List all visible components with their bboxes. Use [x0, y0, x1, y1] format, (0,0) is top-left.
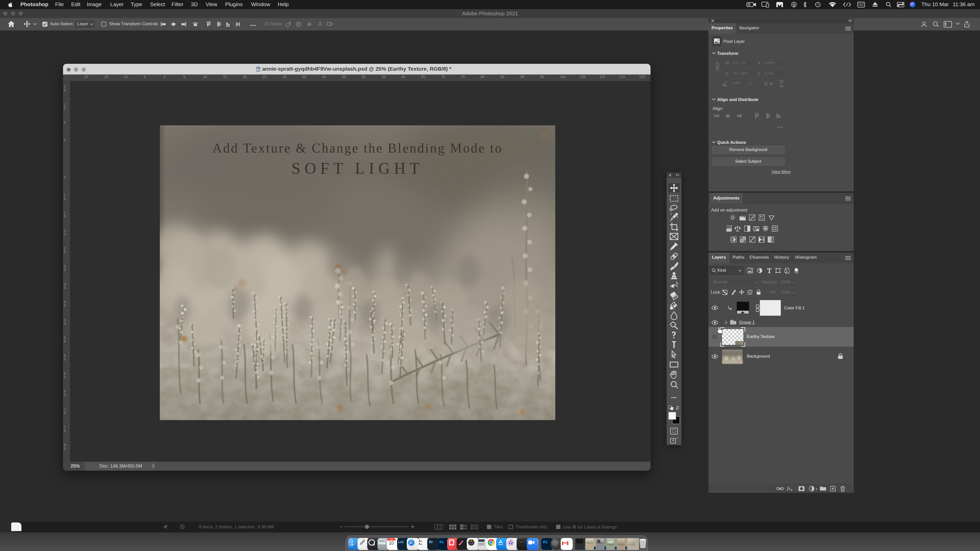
svg-text:Add Texture & Change the Blend: Add Texture & Change the Blending Mode t… [212, 141, 503, 156]
svg-text:SOFT LIGHT: SOFT LIGHT [291, 159, 424, 177]
